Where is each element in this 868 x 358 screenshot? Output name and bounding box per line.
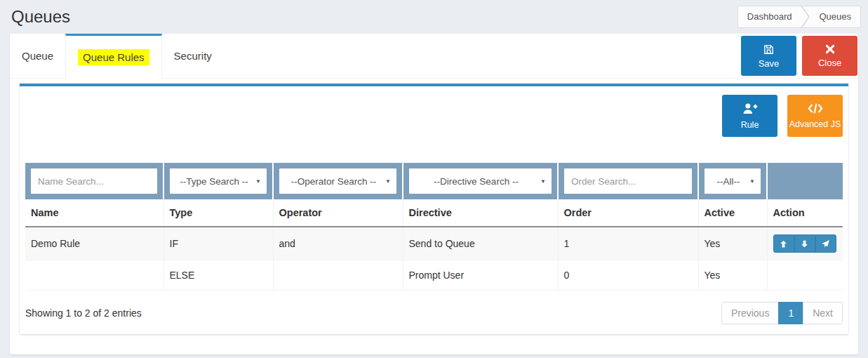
column-header-order[interactable]: Order [558,199,698,227]
column-header-action: Action [767,199,843,227]
cell-name: Demo Rule [25,227,163,260]
floppy-disk-icon [763,44,775,55]
row-action-group [773,234,836,253]
pagination-previous[interactable]: Previous [721,302,779,324]
cell-active: Yes [698,227,767,260]
cell-order: 0 [558,260,698,291]
tab-queue-rules[interactable]: Queue Rules [65,34,162,79]
cell-action [767,227,843,260]
table-row: ELSE Prompt User 0 Yes [25,260,843,291]
table-footer: Showing 1 to 2 of 2 entries Previous 1 N… [25,291,843,334]
chevron-right-icon [801,6,810,28]
save-button-label: Save [759,58,780,69]
close-button[interactable]: Close [802,36,857,76]
directive-search-select[interactable]: --Directive Search -- [409,168,552,194]
column-header-type[interactable]: Type [163,199,273,227]
queue-rules-table: --Type Search -- ▼ --Operator Search -- … [25,163,843,291]
cell-action [767,260,843,291]
paper-plane-icon [821,239,830,248]
breadcrumb-dashboard[interactable]: Dashboard [738,6,801,27]
x-cross-icon [824,44,836,55]
tab-queue-rules-label: Queue Rules [78,49,149,65]
save-button[interactable]: Save [741,36,796,76]
table-filter-row: --Type Search -- ▼ --Operator Search -- … [25,163,843,199]
arrow-down-icon [800,239,809,248]
tab-queue-label: Queue [22,50,53,62]
breadcrumb-queues[interactable]: Queues [810,6,860,27]
column-header-active[interactable]: Active [698,199,767,227]
column-header-name[interactable]: Name [25,199,163,227]
column-header-directive[interactable]: Directive [403,199,558,227]
queues-panel: Queue Queue Rules Security Save Close [10,34,858,354]
operator-search-select[interactable]: --Operator Search -- [279,168,396,194]
active-filter-select[interactable]: --All-- [705,168,761,194]
breadcrumb: Dashboard Queues [737,6,861,28]
cell-directive: Prompt User [403,260,558,291]
cell-type: IF [163,227,273,260]
pagination-next[interactable]: Next [803,302,843,324]
cell-operator [273,260,403,291]
cell-order: 1 [558,227,698,260]
user-plus-icon [742,102,758,117]
arrow-up-icon [779,239,788,248]
tab-content: Rule Advanced JS [10,79,858,354]
cell-name [25,260,163,291]
close-button-label: Close [818,58,841,68]
add-rule-button[interactable]: Rule [722,95,777,137]
code-brackets-icon [808,102,823,117]
advanced-js-button-label: Advanced JS [789,119,841,129]
name-filter-cell [25,163,163,199]
cell-type: ELSE [163,260,273,291]
type-search-select[interactable]: --Type Search -- [170,168,267,194]
page-title: Queues [11,7,70,27]
send-rule-button[interactable] [815,234,836,253]
directive-filter-cell: --Directive Search -- ▼ [403,163,558,199]
name-search-input[interactable] [31,168,157,194]
add-rule-button-label: Rule [741,120,759,130]
cell-active: Yes [698,260,767,291]
table-header-row: Name Type Operator Directive Order Activ… [25,199,843,227]
table-row: Demo Rule IF and Send to Queue 1 Yes [25,227,843,260]
action-filter-cell [767,163,843,199]
pagination-page-1[interactable]: 1 [778,302,803,324]
tab-bar: Queue Queue Rules Security Save Close [10,34,858,79]
move-up-button[interactable] [773,234,794,253]
header-buttons: Save Close [741,36,858,76]
move-down-button[interactable] [794,234,815,253]
tab-security[interactable]: Security [162,34,224,78]
pagination: Previous 1 Next [721,302,843,324]
active-filter-cell: --All-- ▼ [698,163,767,199]
content-header: Queues Dashboard Queues [0,0,868,34]
operator-filter-cell: --Operator Search -- ▼ [273,163,403,199]
column-header-operator[interactable]: Operator [273,199,403,227]
advanced-js-button[interactable]: Advanced JS [787,95,843,137]
cell-directive: Send to Queue [403,227,558,260]
tab-queue[interactable]: Queue [10,34,65,78]
toolbar: Rule Advanced JS [25,86,843,137]
entries-info: Showing 1 to 2 of 2 entries [25,307,142,319]
cell-operator: and [273,227,403,260]
tab-security-label: Security [174,50,212,62]
type-filter-cell: --Type Search -- ▼ [163,163,273,199]
order-filter-cell [558,163,698,199]
order-search-input[interactable] [564,168,692,194]
queue-rules-box: Rule Advanced JS [20,84,848,334]
